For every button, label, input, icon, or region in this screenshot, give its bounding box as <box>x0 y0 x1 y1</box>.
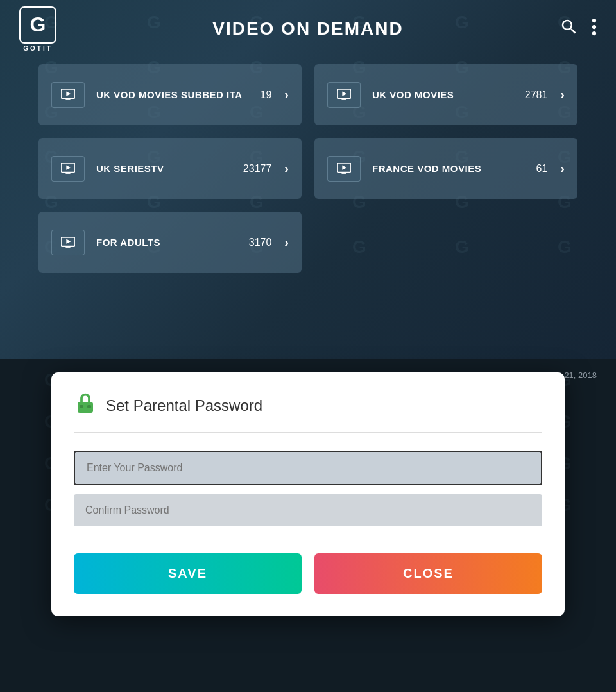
vod-info: UK SERIESTV 23177 › <box>96 161 289 176</box>
vod-count: 2781 <box>525 89 548 101</box>
vod-grid: UK VOD MOVIES SUBBED ITA 19 › UK VOD MOV… <box>38 64 578 273</box>
lock-icon <box>74 392 97 419</box>
vod-label: FOR ADULTS <box>96 236 241 249</box>
save-button[interactable]: SAVE <box>74 553 302 594</box>
vod-card-uk-vod-movies[interactable]: UK VOD MOVIES 2781 › <box>314 64 578 125</box>
vod-count: 19 <box>261 89 272 101</box>
chevron-right-icon: › <box>560 161 565 176</box>
header-actions <box>560 17 597 41</box>
vod-info: UK VOD MOVIES 2781 › <box>372 87 565 102</box>
vod-label: FRANCE VOD MOVIES <box>372 162 529 175</box>
page-title: VIDEO ON DEMAND <box>212 19 404 39</box>
dialog-header: Set Parental Password <box>74 392 542 433</box>
play-icon <box>51 230 85 255</box>
parental-password-dialog: Set Parental Password SAVE CLOSE <box>51 372 565 616</box>
logo-subtext: GOTIT <box>23 45 53 52</box>
vod-count: 23177 <box>243 163 272 175</box>
play-icon <box>327 156 361 182</box>
svg-marker-7 <box>342 91 346 96</box>
svg-marker-10 <box>66 165 71 169</box>
chevron-right-icon: › <box>560 87 565 102</box>
header: G GOTIT VIDEO ON DEMAND <box>0 0 616 58</box>
svg-marker-13 <box>342 165 346 169</box>
logo-box: G <box>19 6 56 44</box>
vod-info: UK VOD MOVIES SUBBED ITA 19 › <box>96 87 289 102</box>
chevron-right-icon: › <box>284 161 289 176</box>
svg-rect-19 <box>80 405 83 408</box>
vod-card-for-adults[interactable]: FOR ADULTS 3170 › <box>38 212 302 273</box>
play-icon <box>327 82 361 108</box>
vod-count: 61 <box>536 163 548 175</box>
more-options-icon[interactable] <box>592 17 597 41</box>
vod-info: FRANCE VOD MOVIES 61 › <box>372 161 565 176</box>
search-icon[interactable] <box>560 17 579 41</box>
vod-card-france-vod-movies[interactable]: FRANCE VOD MOVIES 61 › <box>314 138 578 199</box>
vod-count: 3170 <box>249 237 272 248</box>
confirm-password-input[interactable] <box>74 494 542 526</box>
svg-point-1 <box>592 24 596 28</box>
svg-point-2 <box>592 31 596 35</box>
vod-info: FOR ADULTS 3170 › <box>96 235 289 250</box>
vod-label: UK VOD MOVIES SUBBED ITA <box>96 89 253 101</box>
vod-card-uk-seriestv[interactable]: UK SERIESTV 23177 › <box>38 138 302 199</box>
svg-marker-4 <box>66 91 71 96</box>
dialog-title: Set Parental Password <box>106 397 262 415</box>
play-icon <box>51 156 85 182</box>
close-button[interactable]: CLOSE <box>314 553 542 594</box>
svg-point-0 <box>592 18 596 22</box>
svg-rect-20 <box>87 405 91 408</box>
logo: G GOTIT <box>19 6 56 52</box>
play-icon <box>51 82 85 108</box>
chevron-right-icon: › <box>284 87 289 102</box>
vod-label: UK SERIESTV <box>96 162 235 175</box>
vod-card-uk-vod-movies-subbed[interactable]: UK VOD MOVIES SUBBED ITA 19 › <box>38 64 302 125</box>
vod-label: UK VOD MOVIES <box>372 89 517 101</box>
logo-letter: G <box>30 13 46 37</box>
chevron-right-icon: › <box>284 235 289 250</box>
password-input[interactable] <box>74 451 542 485</box>
svg-marker-16 <box>66 239 71 243</box>
dialog-buttons: SAVE CLOSE <box>74 553 542 594</box>
